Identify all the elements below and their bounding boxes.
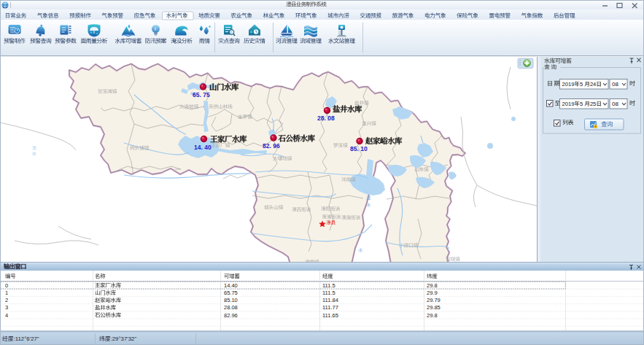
svg-text:111.5: 111.5 <box>322 282 335 289</box>
svg-text:28. 08: 28. 08 <box>317 115 335 122</box>
svg-text:08: 08 <box>612 81 618 88</box>
svg-text:5: 5 <box>580 101 583 107</box>
svg-text:65. 75: 65. 75 <box>193 91 210 98</box>
svg-text:2019: 2019 <box>562 101 575 107</box>
svg-text:29.8: 29.8 <box>427 282 438 289</box>
svg-text::29°37'32": :29°37'32" <box>111 336 137 342</box>
svg-text:0: 0 <box>5 282 8 289</box>
svg-text:29.8: 29.8 <box>427 312 438 319</box>
svg-text:5: 5 <box>580 81 583 88</box>
svg-text:4: 4 <box>5 312 8 319</box>
svg-text:24: 24 <box>590 81 596 88</box>
svg-text:111.77: 111.77 <box>322 304 338 311</box>
svg-text::112°6'27": :112°6'27" <box>14 336 39 342</box>
svg-text:2: 2 <box>5 297 8 303</box>
svg-text:111.65: 111.65 <box>322 312 338 319</box>
svg-text:3: 3 <box>5 304 8 311</box>
svg-text:111.84: 111.84 <box>322 297 338 303</box>
svg-text:2019: 2019 <box>562 81 575 88</box>
svg-text:65.75: 65.75 <box>224 290 238 296</box>
svg-text:111.5: 111.5 <box>322 290 335 296</box>
svg-text:14.40: 14.40 <box>224 282 238 289</box>
svg-text:85.10: 85.10 <box>224 297 238 303</box>
svg-text:08: 08 <box>612 101 618 107</box>
svg-text:25: 25 <box>590 101 596 107</box>
svg-text:29.85: 29.85 <box>427 304 441 311</box>
svg-text:82. 96: 82. 96 <box>263 142 280 150</box>
svg-text:14. 40: 14. 40 <box>194 144 212 151</box>
svg-text:29.79: 29.79 <box>427 297 441 303</box>
svg-text:82.96: 82.96 <box>224 312 238 319</box>
svg-text:28.08: 28.08 <box>224 304 238 311</box>
svg-text:29.9: 29.9 <box>427 290 438 296</box>
svg-text:85. 10: 85. 10 <box>350 145 368 152</box>
svg-text:1: 1 <box>5 290 8 296</box>
